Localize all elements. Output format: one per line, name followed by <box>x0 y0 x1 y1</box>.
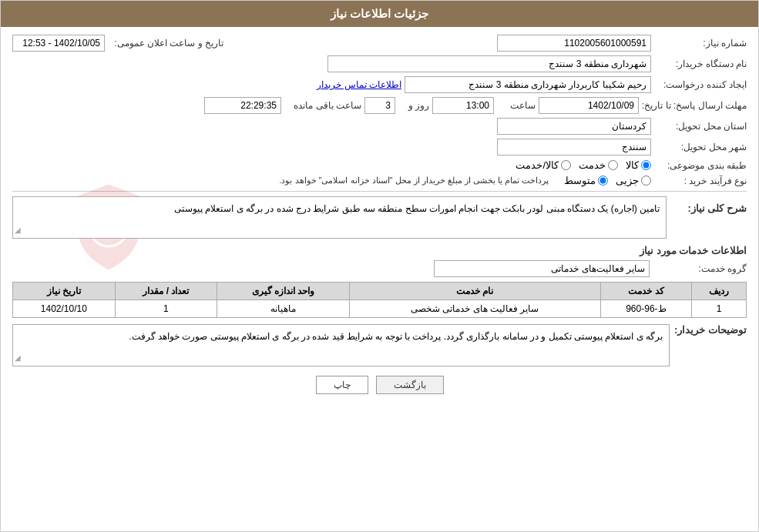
divider1 <box>12 191 747 192</box>
description-label: شرح کلی نیاز: <box>670 202 747 214</box>
button-area: بازگشت چاپ <box>12 376 747 394</box>
page-title: جزئیات اطلاعات نیاز <box>331 7 428 20</box>
announce-label: تاریخ و ساعت اعلان عمومی: <box>108 38 223 49</box>
buyer-notes-text: برگه ی استعلام پیوستی تکمیل و در سامانه … <box>129 331 663 342</box>
category-row: طبقه بندی موضوعی: کالا خدمت کالا/خدمت <box>12 159 747 171</box>
province-row: استان محل تحویل: <box>12 118 747 135</box>
creator-input[interactable] <box>405 76 651 93</box>
cell-row: 1 <box>692 300 747 318</box>
org-name-label: نام دستگاه خریدار: <box>654 59 747 69</box>
announce-input[interactable] <box>12 35 105 52</box>
col-qty: تعداد / مقدار <box>115 283 217 300</box>
description-box: تامین (اجاره) یک دستگاه مبنی لودر بابکت … <box>12 196 667 239</box>
group-label: گروه خدمت: <box>654 263 747 274</box>
purchase-type-radio-group: جزیی متوسط پرداخت تمام یا بخشی از مبلغ خ… <box>279 175 651 186</box>
page-header: جزئیات اطلاعات نیاز <box>1 1 758 27</box>
group-input[interactable] <box>434 260 650 277</box>
col-row: ردیف <box>692 283 747 300</box>
city-row: شهر محل تحویل: <box>12 139 747 156</box>
back-button[interactable]: بازگشت <box>376 376 444 394</box>
reply-time-input[interactable] <box>432 97 494 114</box>
purchase-type-row: نوع فرآیند خرید : جزیی متوسط پرداخت تمام… <box>12 175 747 186</box>
province-input[interactable] <box>497 118 651 135</box>
description-text: تامین (اجاره) یک دستگاه مبنی لودر بابکت … <box>174 203 660 214</box>
purchase-note: پرداخت تمام یا بخشی از مبلغ خریدار از مح… <box>279 176 549 186</box>
print-button[interactable]: چاپ <box>316 376 368 394</box>
services-table: ردیف کد خدمت نام خدمت واحد اندازه گیری ت… <box>12 282 747 318</box>
category-option-khedmat[interactable]: خدمت <box>579 159 618 171</box>
need-number-row: شماره نیاز: تاریخ و ساعت اعلان عمومی: <box>12 35 747 52</box>
remain-input[interactable] <box>204 97 281 114</box>
category-radio-group: کالا خدمت کالا/خدمت <box>516 159 651 171</box>
services-section: اطلاعات خدمات مورد نیاز گروه خدمت: ردیف … <box>12 245 747 318</box>
creator-row: ایجاد کننده درخواست: اطلاعات تماس خریدار <box>12 76 747 93</box>
days-label: روز و <box>398 100 429 111</box>
purchase-type-label: نوع فرآیند خرید : <box>654 176 747 186</box>
table-row: 1 ط-96-960 سایر فعالیت های خدماتی شخصی م… <box>13 300 747 318</box>
notes-resize-icon: ◢ <box>15 352 21 364</box>
reply-date-input[interactable] <box>539 97 639 114</box>
cell-unit: ماهیانه <box>217 300 350 318</box>
org-name-row: نام دستگاه خریدار: <box>12 55 747 72</box>
buyer-notes-label: توضیحات خریدار: <box>674 324 747 336</box>
cell-qty: 1 <box>115 300 217 318</box>
cell-code: ط-96-960 <box>600 300 692 318</box>
col-date: تاریخ نیاز <box>13 283 116 300</box>
city-label: شهر محل تحویل: <box>654 142 747 152</box>
contact-link[interactable]: اطلاعات تماس خریدار <box>317 79 401 90</box>
cell-name: سایر فعالیت های خدماتی شخصی <box>350 300 601 318</box>
table-header-row: ردیف کد خدمت نام خدمت واحد اندازه گیری ت… <box>13 283 747 300</box>
org-name-input[interactable] <box>327 55 651 72</box>
need-number-input[interactable] <box>497 35 651 52</box>
services-header: اطلاعات خدمات مورد نیاز <box>12 245 747 256</box>
buyer-notes-box: برگه ی استعلام پیوستی تکمیل و در سامانه … <box>12 324 670 366</box>
category-option-kala-khedmat[interactable]: کالا/خدمت <box>516 159 571 171</box>
creator-label: ایجاد کننده درخواست: <box>654 79 747 90</box>
category-option-kala[interactable]: کالا <box>626 159 651 171</box>
category-label: طبقه بندی موضوعی: <box>654 160 747 171</box>
purchase-option-jozi[interactable]: جزیی <box>616 175 651 186</box>
reply-deadline-label: مهلت ارسال پاسخ: تا تاریخ: <box>642 100 747 111</box>
resize-icon: ◢ <box>15 224 21 236</box>
reply-time-label: ساعت <box>497 100 536 111</box>
remain-label: ساعت باقی مانده <box>284 100 361 111</box>
buyer-notes-section: توضیحات خریدار: برگه ی استعلام پیوستی تک… <box>12 324 747 366</box>
days-input[interactable] <box>364 97 395 114</box>
need-number-label: شماره نیاز: <box>654 38 747 49</box>
cell-date: 1402/10/10 <box>13 300 116 318</box>
province-label: استان محل تحویل: <box>654 121 747 132</box>
col-name: نام خدمت <box>350 283 601 300</box>
reply-deadline-row: مهلت ارسال پاسخ: تا تاریخ: ساعت روز و سا… <box>12 97 747 114</box>
group-row: گروه خدمت: <box>12 260 747 277</box>
col-code: کد خدمت <box>600 283 692 300</box>
col-unit: واحد اندازه گیری <box>217 283 350 300</box>
city-input[interactable] <box>497 139 651 156</box>
purchase-option-motovaset[interactable]: متوسط <box>564 175 608 186</box>
description-row: شرح کلی نیاز: تامین (اجاره) یک دستگاه مب… <box>12 196 747 239</box>
